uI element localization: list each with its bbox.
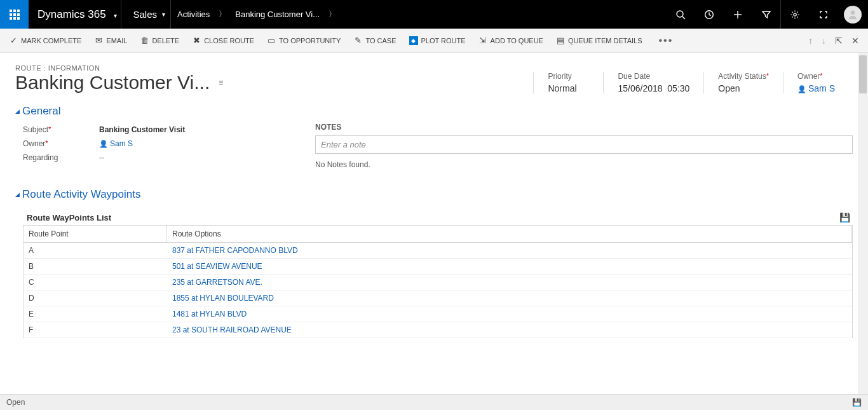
check-icon: ✓ [9,36,18,45]
cmd-email[interactable]: ✉EMAIL [94,36,127,45]
area-menu[interactable]: Sales ▾ [121,0,170,29]
queue-add-icon: ⇲ [478,36,487,45]
trash-icon: 🗑 [140,36,149,45]
cmd-mark-complete[interactable]: ✓MARK COMPLETE [9,36,81,45]
search-icon [675,10,686,20]
expand-icon [818,10,829,20]
filter-button[interactable] [752,0,780,29]
plot-route-icon: ◆ [409,36,418,45]
fullscreen-button[interactable] [809,0,837,29]
chevron-right-icon: 〉 [326,9,339,20]
gear-icon [790,10,800,20]
recent-button[interactable] [695,0,723,29]
cmd-to-case[interactable]: ✎TO CASE [353,36,396,45]
nav-up-button[interactable]: ↑ [808,36,813,46]
global-actions [666,0,868,29]
chevron-down-icon: ▾ [114,12,117,19]
global-nav-bar: Dynamics 365 ▾ Sales ▾ Activities 〉 Bank… [0,0,868,29]
wrench-icon: ✎ [353,36,362,45]
clock-icon [704,10,714,20]
app-launcher-button[interactable] [0,0,29,29]
svg-point-6 [851,10,855,15]
brand-label: Dynamics 365 [37,8,106,20]
folder-icon: ▭ [267,36,276,45]
cmd-label: MARK COMPLETE [21,37,81,44]
cmd-label: DELETE [152,37,179,44]
cmd-delete[interactable]: 🗑DELETE [140,36,179,45]
breadcrumb-label: Banking Customer Vi... [235,10,320,19]
cmd-label: CLOSE ROUTE [204,37,254,44]
cmd-queue-item-details[interactable]: ▤QUEUE ITEM DETAILS [556,36,642,45]
breadcrumb-label: Activities [177,10,210,19]
cmd-label: ADD TO QUEUE [491,37,543,44]
svg-point-0 [677,11,683,17]
chevron-right-icon: 〉 [216,9,229,20]
svg-point-5 [794,13,796,15]
command-bar: ✓MARK COMPLETE ✉EMAIL 🗑DELETE ✖CLOSE ROU… [0,29,868,53]
settings-button[interactable] [780,0,809,29]
close-form-button[interactable]: ✕ [851,36,859,46]
breadcrumb-activities[interactable]: Activities [171,0,216,29]
cmd-to-opportunity[interactable]: ▭TO OPPORTUNITY [267,36,341,45]
user-avatar[interactable] [844,6,862,24]
cmd-label: TO OPPORTUNITY [279,37,341,44]
cmd-label: PLOT ROUTE [421,37,466,44]
close-icon: ✖ [192,36,201,45]
queue-details-icon: ▤ [556,36,565,45]
brand-menu[interactable]: Dynamics 365 ▾ [29,8,121,21]
plus-icon [733,10,743,20]
waffle-icon [10,10,20,20]
nav-down-button[interactable]: ↓ [822,36,826,46]
popout-button[interactable]: ⇱ [835,36,843,46]
person-icon [847,9,858,20]
filter-icon [761,10,771,20]
search-button[interactable] [666,0,695,29]
area-label: Sales [133,9,157,20]
mail-icon: ✉ [94,36,103,45]
chevron-down-icon: ▾ [162,11,165,18]
cmd-close-route[interactable]: ✖CLOSE ROUTE [192,36,254,45]
breadcrumb-record[interactable]: Banking Customer Vi... [229,0,326,29]
cmd-overflow[interactable]: ••• [655,35,677,46]
cmd-label: TO CASE [365,37,396,44]
cmd-plot-route[interactable]: ◆PLOT ROUTE [409,36,466,45]
cmd-label: QUEUE ITEM DETAILS [568,37,642,44]
new-button[interactable] [723,0,752,29]
svg-line-1 [682,17,685,19]
cmd-add-to-queue[interactable]: ⇲ADD TO QUEUE [478,36,543,45]
cmd-label: EMAIL [106,37,127,44]
